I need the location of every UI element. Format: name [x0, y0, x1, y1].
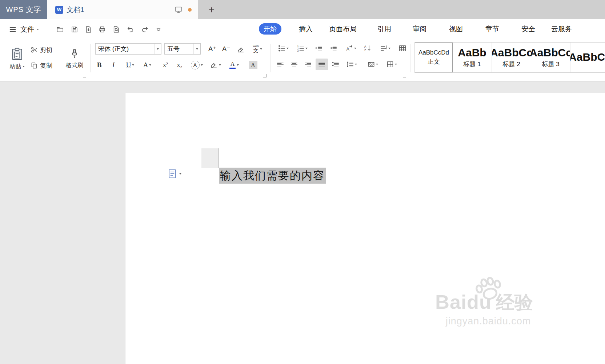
- format-painter-icon: [69, 49, 80, 60]
- superscript-glyph: x²: [163, 61, 168, 69]
- share-monitor-icon[interactable]: [174, 5, 183, 14]
- chevron-down-icon: [388, 48, 390, 49]
- text-effects-button[interactable]: A: [188, 59, 205, 71]
- highlight-button[interactable]: [207, 59, 224, 71]
- style-heading-3[interactable]: AaBbCc 标题 3: [531, 43, 570, 72]
- style-item-clipped[interactable]: AaBbCc: [570, 43, 605, 72]
- align-center-icon: [290, 60, 298, 68]
- align-center-button[interactable]: [288, 59, 300, 70]
- shading-button[interactable]: [364, 59, 381, 70]
- chevron-down-icon: [305, 48, 308, 49]
- paragraph-marks-icon: [380, 44, 388, 52]
- main-menu-button[interactable]: [7, 24, 18, 35]
- font-family-dropdown[interactable]: [154, 44, 161, 54]
- shading-icon: [367, 60, 375, 68]
- font-color-button[interactable]: A: [226, 59, 243, 71]
- group-separator: [90, 44, 91, 72]
- new-tab-button[interactable]: +: [202, 0, 221, 19]
- file-menu-label: 文件: [20, 25, 34, 34]
- grow-font-button[interactable]: A⁺: [206, 43, 219, 55]
- text-direction-button[interactable]: A: [342, 43, 359, 54]
- font-size-value: 五号: [165, 45, 193, 53]
- style-preview: AaBbCcDd: [418, 49, 449, 56]
- show-marks-button[interactable]: [377, 43, 393, 54]
- subscript-button[interactable]: x₂: [173, 59, 186, 71]
- paragraph-dialog-launcher[interactable]: [403, 74, 406, 77]
- file-menu-button[interactable]: 文件: [20, 24, 39, 35]
- style-heading-1[interactable]: AaBb 标题 1: [453, 43, 492, 72]
- line-spacing-button[interactable]: [343, 59, 360, 70]
- font-family-combobox[interactable]: 宋体 (正文): [95, 43, 161, 55]
- format-painter-button[interactable]: 格式刷: [64, 43, 85, 75]
- align-right-button[interactable]: [302, 59, 314, 70]
- superscript-button[interactable]: x²: [159, 59, 172, 71]
- font-dialog-launcher[interactable]: [263, 74, 267, 77]
- ribbon-tab-section[interactable]: 章节: [485, 23, 499, 35]
- ribbon-tab-security[interactable]: 安全: [521, 23, 535, 35]
- manuscript-grid-button[interactable]: [396, 43, 409, 54]
- ribbon-tab-references[interactable]: 引用: [377, 23, 391, 35]
- character-shading-icon: A: [249, 61, 257, 69]
- document-page[interactable]: 输入我们需要的内容 Baidu 经验 jingyan.baidu.com: [125, 93, 605, 364]
- undo-button[interactable]: [125, 24, 136, 35]
- italic-button[interactable]: I: [107, 59, 120, 71]
- cut-button[interactable]: 剪切: [31, 45, 52, 55]
- redo-button[interactable]: [139, 24, 150, 35]
- style-normal[interactable]: AaBbCcDd 正文: [415, 43, 453, 72]
- font-size-combobox[interactable]: 五号: [164, 43, 201, 55]
- font-size-dropdown[interactable]: [193, 44, 200, 54]
- document-area: 输入我们需要的内容 Baidu 经验 jingyan.baidu.com: [0, 81, 605, 364]
- app-logo-button[interactable]: WPS 文字: [0, 0, 47, 19]
- bold-button[interactable]: B: [93, 59, 105, 71]
- character-shading-button[interactable]: A: [246, 59, 260, 71]
- ribbon-tab-view[interactable]: 视图: [449, 23, 463, 35]
- align-left-button[interactable]: [274, 59, 287, 70]
- line-spacing-icon: [346, 60, 354, 68]
- borders-button[interactable]: [383, 59, 400, 70]
- export-pdf-button[interactable]: [83, 24, 94, 35]
- menubar: 文件 开始 插入 页面布局 引用 审阅 视图: [0, 19, 605, 39]
- scissors-icon: [31, 46, 38, 53]
- selected-text[interactable]: 输入我们需要的内容: [219, 168, 326, 184]
- ribbon-tab-review[interactable]: 审阅: [413, 23, 426, 35]
- ribbon-tab-cloud[interactable]: 云服务: [551, 23, 572, 35]
- numbered-list-button[interactable]: 123: [294, 43, 310, 54]
- increase-indent-button[interactable]: [327, 43, 340, 54]
- clipboard-dialog-launcher[interactable]: [83, 74, 86, 77]
- customize-toolbar-button[interactable]: [153, 24, 164, 35]
- copy-button[interactable]: 复制: [31, 60, 52, 71]
- chevron-down-icon: [179, 173, 181, 175]
- hamburger-icon: [9, 25, 17, 33]
- justify-icon: [318, 60, 326, 68]
- distribute-button[interactable]: [329, 59, 342, 70]
- save-button[interactable]: [69, 24, 80, 35]
- style-heading-2[interactable]: AaBbCc 标题 2: [492, 43, 531, 72]
- ribbon-tab-page-layout[interactable]: 页面布局: [329, 23, 357, 35]
- print-button[interactable]: [97, 24, 108, 35]
- highlighter-icon: [210, 61, 218, 69]
- sort-button[interactable]: AZ: [361, 43, 374, 54]
- sort-icon: AZ: [364, 44, 372, 52]
- shrink-font-button[interactable]: A⁻: [220, 43, 233, 55]
- ribbon-tab-insert[interactable]: 插入: [299, 23, 313, 35]
- paste-options-icon: [168, 169, 177, 179]
- ribbon-tab-home[interactable]: 开始: [259, 23, 281, 35]
- document-tab[interactable]: W 文档1: [47, 0, 198, 19]
- pinyin-guide-button[interactable]: wén 文: [249, 43, 265, 55]
- justify-button[interactable]: [316, 59, 328, 70]
- open-file-button[interactable]: [55, 24, 65, 35]
- print-preview-button[interactable]: [111, 24, 122, 35]
- paste-button[interactable]: 粘贴: [7, 43, 28, 75]
- strikethrough-button[interactable]: A: [139, 59, 156, 71]
- underline-button[interactable]: U: [122, 59, 138, 71]
- bullet-list-button[interactable]: [275, 43, 292, 54]
- clear-formatting-button[interactable]: [234, 43, 247, 55]
- bold-glyph: B: [97, 61, 102, 69]
- paste-options-button[interactable]: [168, 169, 181, 179]
- watermark: Baidu 经验 jingyan.baidu.com: [426, 278, 550, 336]
- style-label: 标题 3: [542, 60, 559, 68]
- decrease-indent-button[interactable]: [313, 43, 325, 54]
- paw-print-icon: [470, 271, 507, 306]
- font-family-value: 宋体 (正文): [96, 45, 154, 53]
- cut-label: 剪切: [40, 46, 52, 54]
